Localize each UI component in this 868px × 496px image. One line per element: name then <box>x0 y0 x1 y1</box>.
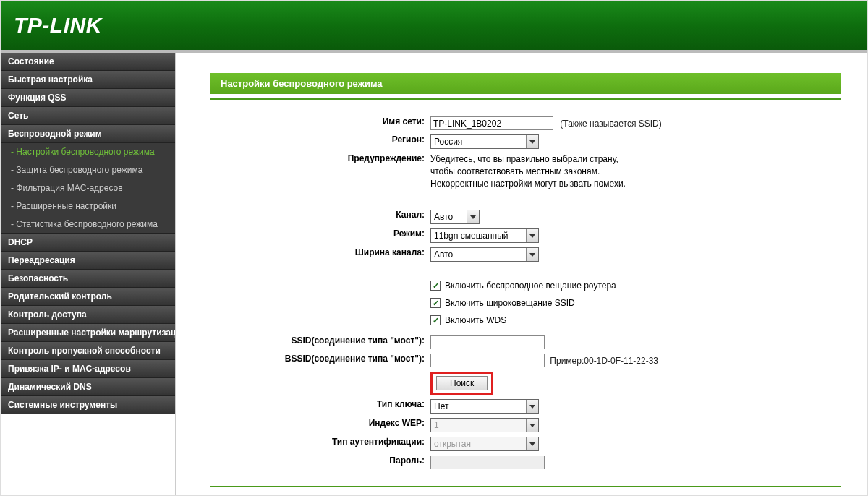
sidebar-item-19[interactable]: Системные инструменты <box>1 396 175 414</box>
chevron-down-icon <box>526 229 538 242</box>
search-button[interactable]: Поиск <box>436 376 488 390</box>
keytype-label: Тип ключа: <box>210 397 427 416</box>
sidebar-item-4[interactable]: Беспроводной режим <box>1 125 175 143</box>
checkbox-icon <box>430 315 441 325</box>
sidebar-item-9[interactable]: - Статистика беспроводного режима <box>1 215 175 234</box>
sidebar-item-3[interactable]: Сеть <box>1 107 175 125</box>
sidebar-item-16[interactable]: Контроль пропускной способности <box>1 342 175 360</box>
warning-text: Убедитесь, что вы правильно выбрали стра… <box>427 151 841 192</box>
channel-select[interactable]: Авто <box>430 210 480 224</box>
password-label: Пароль: <box>210 453 427 471</box>
region-select[interactable]: Россия <box>430 134 539 149</box>
chevron-down-icon <box>526 400 538 413</box>
channel-label: Канал: <box>210 208 427 226</box>
bridge-bssid-label: BSSID(соединение типа "мост"): <box>210 351 427 369</box>
main-container: СостояниеБыстрая настройкаФункция QSSСет… <box>1 53 867 495</box>
sidebar-item-15[interactable]: Расширенные настройки маршрутизации <box>1 324 175 342</box>
title-underline <box>210 98 841 100</box>
sidebar-item-18[interactable]: Динамический DNS <box>1 378 175 396</box>
checkbox-icon <box>430 281 441 291</box>
wepidx-label: Индекс WEP: <box>210 416 427 435</box>
chevron-down-icon <box>526 135 538 148</box>
sidebar-item-14[interactable]: Контроль доступа <box>1 306 175 324</box>
sidebar-item-10[interactable]: DHCP <box>1 234 175 252</box>
sidebar-item-2[interactable]: Функция QSS <box>1 89 175 107</box>
sidebar-item-12[interactable]: Безопасность <box>1 270 175 288</box>
bridge-ssid-input[interactable] <box>430 335 545 349</box>
sidebar-item-17[interactable]: Привязка IP- и MAC-адресов <box>1 360 175 378</box>
warning-label: Предупреждение: <box>210 151 427 192</box>
sidebar-item-0[interactable]: Состояние <box>1 53 175 71</box>
auth-select: открытая <box>430 437 539 451</box>
bridge-ssid-label: SSID(соединение типа "мост"): <box>210 333 427 351</box>
password-input <box>430 456 545 469</box>
chevron-down-icon <box>526 248 538 261</box>
mode-label: Режим: <box>210 226 427 245</box>
app-header: TP-LINK <box>1 1 867 50</box>
sidebar-item-6[interactable]: - Защита беспроводного режима <box>1 161 175 179</box>
sidebar-item-13[interactable]: Родительский контроль <box>1 288 175 306</box>
checkbox-icon <box>430 298 441 308</box>
ssid-label: Имя сети: <box>210 114 427 132</box>
search-highlight-box: Поиск <box>430 372 493 395</box>
ssid-hint: (Также называется SSID) <box>560 119 661 129</box>
wepidx-select: 1 <box>430 418 539 432</box>
content-area: Настройки беспроводного режима Имя сети:… <box>176 53 867 495</box>
keytype-select[interactable]: Нет <box>430 399 539 414</box>
enable-wds-checkbox[interactable]: Включить WDS <box>430 314 838 327</box>
bridge-bssid-input[interactable] <box>430 354 545 367</box>
sidebar-item-5[interactable]: - Настройки беспроводного режима <box>1 143 175 161</box>
chevron-down-icon <box>467 210 479 223</box>
mode-select[interactable]: 11bgn смешанный <box>430 228 539 243</box>
brand-logo: TP-LINK <box>14 13 102 38</box>
sidebar-item-11[interactable]: Переадресация <box>1 252 175 270</box>
sidebar-item-1[interactable]: Быстрая настройка <box>1 71 175 89</box>
enable-wireless-checkbox[interactable]: Включить беспроводное вещание роутера <box>430 279 838 292</box>
auth-label: Тип аутентификации: <box>210 435 427 453</box>
bottom-underline <box>210 486 841 487</box>
chwidth-select[interactable]: Авто <box>430 247 539 262</box>
sidebar-nav[interactable]: СостояниеБыстрая настройкаФункция QSSСет… <box>1 53 176 495</box>
bssid-hint: Пример:00-1D-0F-11-22-33 <box>550 356 658 366</box>
chevron-down-icon <box>526 419 538 432</box>
settings-form: Имя сети: (Также называется SSID) Регион… <box>210 114 841 471</box>
region-label: Регион: <box>210 132 427 151</box>
sidebar-item-8[interactable]: - Расширенные настройки <box>1 197 175 215</box>
page-title: Настройки беспроводного режима <box>210 73 841 94</box>
enable-ssid-broadcast-checkbox[interactable]: Включить широковещание SSID <box>430 296 838 309</box>
chwidth-label: Ширина канала: <box>210 245 427 264</box>
chevron-down-icon <box>526 437 538 450</box>
sidebar-item-7[interactable]: - Фильтрация MAC-адресов <box>1 179 175 197</box>
ssid-input[interactable] <box>430 116 553 130</box>
